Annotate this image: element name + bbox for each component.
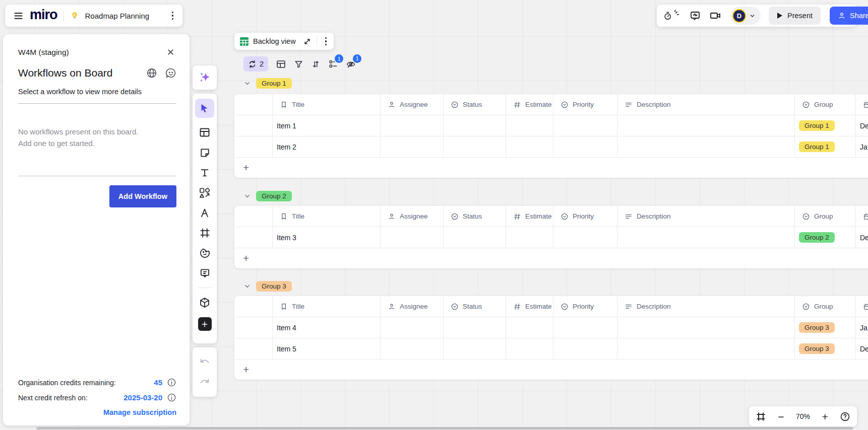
- ai-sparkles-button[interactable]: [193, 65, 217, 90]
- add-row-button[interactable]: +: [234, 248, 868, 268]
- shapes-tool[interactable]: [199, 187, 211, 199]
- globe-icon[interactable]: [146, 67, 157, 79]
- divider: [317, 36, 317, 46]
- panel-title: W4M (staging): [18, 48, 69, 57]
- bookmark-icon: [280, 101, 288, 109]
- close-icon[interactable]: [165, 46, 176, 58]
- person-icon: [388, 212, 396, 221]
- tools-toolbar: [193, 94, 217, 343]
- group-header-row[interactable]: Group 1: [243, 78, 292, 89]
- board-menu-kebab-icon[interactable]: [169, 10, 177, 22]
- add-row-button[interactable]: +: [234, 360, 868, 380]
- table-header-row: Title Assignee Status Estimate Priority …: [234, 296, 868, 317]
- table-section: Title Assignee Status Estimate Priority …: [234, 94, 868, 178]
- view-menu-kebab-icon[interactable]: [322, 35, 330, 48]
- info-icon[interactable]: [167, 378, 176, 387]
- panel-heading: Workflows on Board: [18, 67, 113, 79]
- table-toolbar: 2 1 1: [243, 56, 356, 71]
- sticker-tool[interactable]: [199, 247, 211, 259]
- board-title[interactable]: Roadmap Planning: [85, 12, 150, 20]
- status-dropdown-icon: [451, 101, 459, 109]
- redo-icon[interactable]: [199, 378, 210, 387]
- undo-icon[interactable]: [199, 357, 210, 367]
- expand-icon[interactable]: [303, 37, 312, 46]
- templates-tool[interactable]: [199, 126, 211, 138]
- group-by-icon[interactable]: 1: [328, 59, 338, 69]
- person-icon: [388, 303, 396, 311]
- calendar-icon: [863, 303, 868, 311]
- help-icon[interactable]: [840, 411, 850, 422]
- fit-to-screen-icon[interactable]: [756, 411, 766, 422]
- group-chip[interactable]: Group 1: [256, 78, 292, 89]
- group-chip[interactable]: Group 3: [799, 322, 835, 333]
- group-chip[interactable]: Group 3: [256, 281, 292, 292]
- add-tool-button[interactable]: [198, 317, 212, 331]
- status-dropdown-icon: [561, 303, 569, 311]
- status-dropdown-icon: [802, 303, 810, 311]
- frame-tool[interactable]: [199, 227, 211, 239]
- sticky-note-tool[interactable]: [199, 147, 211, 159]
- present-button[interactable]: Present: [769, 7, 821, 25]
- table-header-row: Title Assignee Status Estimate Priority …: [234, 206, 868, 227]
- select-tool[interactable]: [195, 99, 214, 118]
- chevron-down-icon[interactable]: [243, 80, 251, 87]
- sort-icon[interactable]: [311, 59, 321, 69]
- hash-icon: [513, 101, 521, 109]
- apps-cube-tool[interactable]: [199, 297, 211, 309]
- table-section: Title Assignee Status Estimate Priority …: [234, 206, 868, 268]
- text-tool[interactable]: [199, 167, 210, 178]
- chevron-down-icon[interactable]: [243, 192, 251, 200]
- hamburger-menu-icon[interactable]: [13, 11, 24, 21]
- table-row[interactable]: Item 1 Group 1 De: [234, 115, 868, 136]
- pen-tool[interactable]: [199, 207, 210, 219]
- sync-icon: [248, 60, 257, 68]
- miro-logo[interactable]: miro: [30, 7, 57, 23]
- zoom-in-button[interactable]: +: [822, 411, 828, 422]
- person-icon: [388, 101, 396, 109]
- manage-subscription-link[interactable]: Manage subscription: [18, 408, 176, 416]
- hide-fields-icon[interactable]: 1: [346, 59, 356, 69]
- horizontal-scrollbar[interactable]: [36, 427, 853, 429]
- hide-fields-badge: 1: [353, 54, 361, 63]
- group-header-row[interactable]: Group 2: [243, 191, 292, 201]
- group-chip[interactable]: Group 3: [799, 343, 835, 354]
- board-canvas[interactable]: miro Roadmap Planning D Present: [0, 0, 868, 430]
- table-row[interactable]: Item 2 Group 1 Ja: [234, 136, 868, 158]
- layout-icon[interactable]: [276, 59, 286, 69]
- table-row[interactable]: Item 4 Group 3 Ja: [234, 317, 868, 338]
- avatar[interactable]: D: [732, 9, 746, 23]
- sync-button[interactable]: 2: [243, 56, 268, 71]
- zoom-level[interactable]: 70%: [796, 412, 810, 420]
- filter-icon[interactable]: [294, 59, 303, 69]
- undo-redo-bar: [193, 347, 217, 397]
- text-lines-icon: [625, 212, 633, 221]
- account-menu[interactable]: D: [730, 7, 761, 25]
- group-chip[interactable]: Group 1: [799, 120, 835, 131]
- chevron-down-icon: [749, 13, 756, 19]
- video-camera-icon[interactable]: [709, 10, 722, 22]
- zoom-controls: − 70% +: [749, 406, 857, 426]
- comment-tool[interactable]: [199, 267, 211, 279]
- add-row-button[interactable]: +: [234, 158, 868, 178]
- bookmark-icon: [280, 212, 288, 221]
- status-dropdown-icon: [802, 101, 810, 109]
- chevron-down-icon[interactable]: [243, 282, 251, 290]
- table-row[interactable]: Item 3 Group 2 De: [234, 227, 868, 248]
- credits-label: Organisation credits remaining:: [18, 379, 116, 387]
- zoom-out-button[interactable]: −: [778, 411, 784, 422]
- timer-confetti-icon[interactable]: [664, 9, 681, 22]
- reactions-icon[interactable]: [689, 10, 701, 22]
- hash-icon: [513, 303, 521, 311]
- group-header-row[interactable]: Group 3: [243, 281, 292, 292]
- group-chip[interactable]: Group 2: [256, 191, 292, 201]
- person-icon: [838, 12, 846, 20]
- add-workflow-button[interactable]: Add Workflow: [109, 185, 176, 207]
- backlog-view-pill[interactable]: Backlog view: [234, 33, 334, 50]
- group-chip[interactable]: Group 1: [799, 141, 835, 152]
- info-icon[interactable]: [167, 393, 176, 402]
- table-header-row: Title Assignee Status Estimate Priority …: [234, 94, 868, 115]
- share-button[interactable]: Share: [830, 7, 868, 25]
- table-row[interactable]: Item 5 Group 3 De: [234, 338, 868, 360]
- group-chip[interactable]: Group 2: [799, 232, 835, 243]
- feedback-smiley-icon[interactable]: [165, 67, 176, 79]
